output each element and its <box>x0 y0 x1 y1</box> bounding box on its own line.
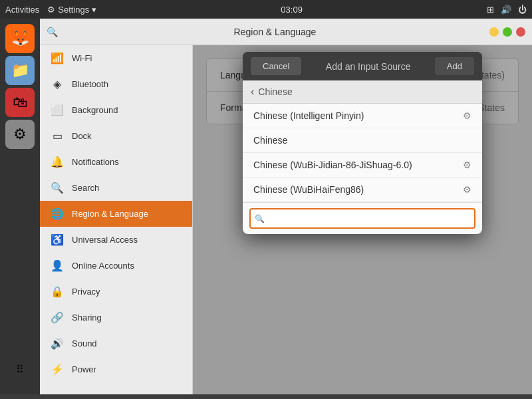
app-name-button[interactable]: ⚙ Settings ▾ <box>47 5 96 15</box>
sidebar-label-notifications: Notifications <box>72 157 119 167</box>
dialog-header-text: Chinese <box>258 86 292 97</box>
sidebar-item-notifications[interactable]: 🔔 Notifications <box>40 149 192 175</box>
search-wrapper: 🔍 <box>249 208 475 229</box>
app-icon: ⚙ <box>47 5 55 15</box>
sidebar-label-dock: Dock <box>72 131 92 141</box>
close-button[interactable] <box>516 27 525 37</box>
sidebar-label-region: Region & Language <box>72 209 148 219</box>
sharing-icon: 🔗 <box>51 311 64 324</box>
dropdown-arrow: ▾ <box>92 5 96 15</box>
titlebar-search[interactable]: 🔍 <box>47 27 61 37</box>
cancel-button[interactable]: Cancel <box>251 57 301 75</box>
sidebar-item-bluetooth[interactable]: ◈ Bluetooth <box>40 71 192 97</box>
sidebar-item-dock[interactable]: ▭ Dock <box>40 123 192 149</box>
bluetooth-icon: ◈ <box>51 78 64 90</box>
topbar-right: ⊞ 🔊 ⏻ <box>487 5 527 15</box>
sidebar-label-power: Power <box>72 364 96 374</box>
dock: 🦊 📁 🛍 ⚙ ⠿ <box>0 19 40 394</box>
gear-icon-3[interactable]: ⚙ <box>463 184 471 195</box>
background-icon: ⬜ <box>51 104 64 116</box>
sidebar-label-bluetooth: Bluetooth <box>72 79 108 89</box>
online-accounts-icon: 👤 <box>51 259 64 272</box>
search-icon-sidebar: 🔍 <box>51 182 64 194</box>
dialog-titlebar: Cancel Add an Input Source Add <box>243 52 482 80</box>
wifi-icon: 📶 <box>51 52 64 65</box>
list-item-label-2: Chinese (WuBi-Jidian-86-JiShuag-6.0) <box>253 160 412 170</box>
sidebar-label-background: Background <box>72 105 118 115</box>
app-name-label: Settings <box>58 5 89 15</box>
list-item-1[interactable]: Chinese <box>243 128 482 153</box>
region-icon: 🌐 <box>51 207 64 220</box>
dialog-search-box: 🔍 <box>243 202 482 234</box>
sidebar-item-background[interactable]: ⬜ Background <box>40 97 192 123</box>
add-input-source-dialog: Cancel Add an Input Source Add ‹ Chinese <box>243 52 482 234</box>
window-controls <box>489 27 525 37</box>
dialog-back-header[interactable]: ‹ Chinese <box>243 80 482 104</box>
gear-icon-0[interactable]: ⚙ <box>463 110 471 121</box>
notifications-icon: 🔔 <box>51 156 64 168</box>
dock-files[interactable]: 📁 <box>5 56 35 85</box>
main-content: Language English (United States) Formats… <box>193 45 532 394</box>
window-title: Region & Language <box>61 27 489 37</box>
dock-software[interactable]: 🛍 <box>5 88 35 117</box>
list-item-label-3: Chinese (WuBiHaiFeng86) <box>253 184 364 195</box>
sound-icon: 🔊 <box>51 337 64 350</box>
dialog-overlay: Cancel Add an Input Source Add ‹ Chinese <box>193 45 532 394</box>
dialog-search-input[interactable] <box>249 208 475 229</box>
minimize-button[interactable] <box>489 27 499 37</box>
dock-icon-sidebar: ▭ <box>51 130 64 142</box>
sidebar: 📶 Wi-Fi ◈ Bluetooth ⬜ Background ▭ Dock … <box>40 45 193 394</box>
dialog-search-icon: 🔍 <box>255 214 265 223</box>
sidebar-item-online-accounts[interactable]: 👤 Online Accounts <box>40 253 192 279</box>
list-item-0[interactable]: Chinese (Intelligent Pinyin) ⚙ <box>243 104 482 128</box>
sidebar-item-power[interactable]: ⚡ Power <box>40 356 192 382</box>
sidebar-label-search: Search <box>72 183 99 193</box>
topbar-center: 03:09 <box>281 5 303 15</box>
gear-icon-2[interactable]: ⚙ <box>463 160 471 170</box>
search-icon: 🔍 <box>47 27 58 37</box>
activities-button[interactable]: Activities <box>5 5 39 15</box>
dock-firefox[interactable]: 🦊 <box>5 24 35 53</box>
sidebar-label-wifi: Wi-Fi <box>72 53 92 63</box>
sidebar-item-sound[interactable]: 🔊 Sound <box>40 331 192 356</box>
volume-icon[interactable]: 🔊 <box>501 5 511 15</box>
topbar: Activities ⚙ Settings ▾ 03:09 ⊞ 🔊 ⏻ <box>0 0 532 19</box>
show-apps-icon[interactable]: ⠿ <box>5 354 35 384</box>
list-item-label-0: Chinese (Intelligent Pinyin) <box>253 110 364 121</box>
dialog-title: Add an Input Source <box>326 61 411 72</box>
sidebar-label-sharing: Sharing <box>72 313 102 323</box>
sidebar-item-wifi[interactable]: 📶 Wi-Fi <box>40 45 192 71</box>
power-icon: ⚡ <box>51 363 64 376</box>
settings-window: 🔍 Region & Language 📶 Wi-Fi ◈ Bluetooth … <box>40 19 532 394</box>
list-item-label-1: Chinese <box>253 135 287 146</box>
maximize-button[interactable] <box>503 27 512 37</box>
dock-apps-button[interactable]: ⠿ <box>5 354 35 384</box>
dialog-list: ‹ Chinese Chinese (Intelligent Pinyin) ⚙… <box>243 80 482 202</box>
clock: 03:09 <box>281 5 303 15</box>
sidebar-item-region-language[interactable]: 🌐 Region & Language <box>40 201 192 227</box>
add-button[interactable]: Add <box>435 57 474 75</box>
sidebar-item-universal-access[interactable]: ♿ Universal Access <box>40 227 192 253</box>
network-icon[interactable]: ⊞ <box>487 5 494 15</box>
sidebar-item-sharing[interactable]: 🔗 Sharing <box>40 305 192 331</box>
sidebar-item-privacy[interactable]: 🔒 Privacy <box>40 279 192 305</box>
sidebar-label-privacy: Privacy <box>72 287 100 297</box>
sidebar-label-universal-access: Universal Access <box>72 235 138 245</box>
topbar-left: Activities ⚙ Settings ▾ <box>5 5 96 15</box>
sidebar-label-sound: Sound <box>72 338 97 348</box>
privacy-icon: 🔒 <box>51 285 64 298</box>
content-area: 📶 Wi-Fi ◈ Bluetooth ⬜ Background ▭ Dock … <box>40 45 532 394</box>
sidebar-label-online-accounts: Online Accounts <box>72 261 134 271</box>
window-titlebar: 🔍 Region & Language <box>40 19 532 45</box>
list-item-2[interactable]: Chinese (WuBi-Jidian-86-JiShuag-6.0) ⚙ <box>243 153 482 178</box>
power-menu-icon[interactable]: ⏻ <box>518 5 527 15</box>
list-item-3[interactable]: Chinese (WuBiHaiFeng86) ⚙ <box>243 178 482 202</box>
sidebar-item-search[interactable]: 🔍 Search <box>40 175 192 201</box>
back-arrow-icon: ‹ <box>251 86 254 98</box>
universal-access-icon: ♿ <box>51 233 64 246</box>
dock-settings[interactable]: ⚙ <box>5 120 35 149</box>
